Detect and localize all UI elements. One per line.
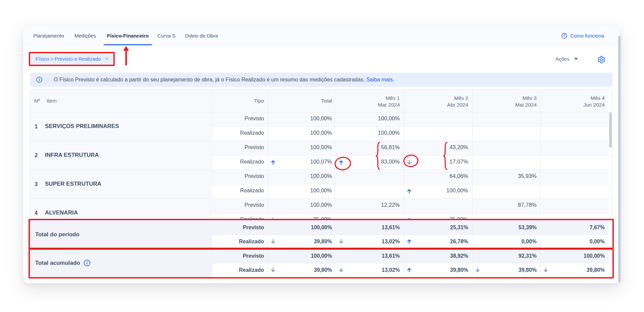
- svg-text:?: ?: [563, 34, 565, 38]
